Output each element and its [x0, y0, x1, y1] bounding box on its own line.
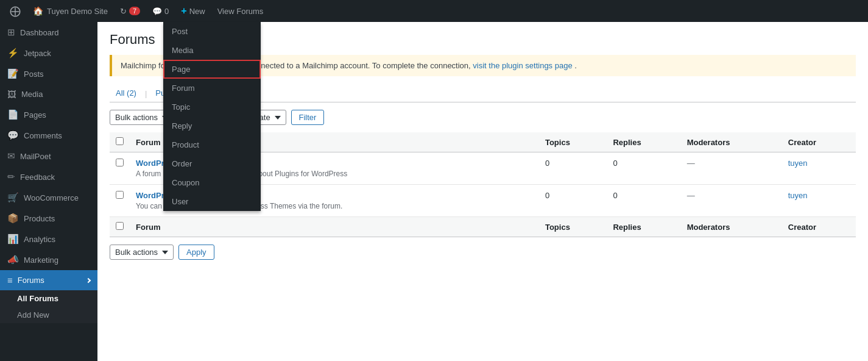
admin-bar: ⨁ 🏠 Tuyen Demo Site ↻ 7 💬 0 + New View F… [0, 0, 868, 22]
col-header-topics: Topics [539, 132, 607, 152]
bottom-toolbar: Bulk actions Apply [110, 245, 856, 260]
dropdown-item-post[interactable]: Post [163, 22, 261, 41]
dropdown-item-topic[interactable]: Topic [163, 98, 261, 116]
filter-button[interactable]: Filter [291, 110, 325, 125]
col-header-creator: Creator [782, 132, 856, 152]
pages-icon: 📄 [7, 109, 19, 120]
forum-topics: 0 [539, 152, 607, 185]
notice-link[interactable]: visit the plugin settings page [473, 61, 572, 70]
comments-count: 0 [164, 7, 169, 16]
sidebar-item-pages[interactable]: 📄Pages [0, 104, 97, 125]
select-all-bottom-checkbox[interactable] [116, 222, 124, 230]
sidebar-label-marketing: Marketing [24, 256, 58, 265]
sidebar-item-dashboard[interactable]: ⊞Dashboard [0, 22, 97, 43]
tab-all--2-[interactable]: All (2) [110, 85, 143, 102]
sidebar-label-forums: Forums [18, 276, 44, 285]
dropdown-item-reply[interactable]: Reply [163, 116, 261, 135]
sidebar-label-pages: Pages [24, 110, 46, 120]
col-header-moderators: Moderators [681, 132, 782, 152]
sidebar: ⊞Dashboard⚡Jetpack📝Posts🖼Media📄Pages💬Com… [0, 22, 97, 361]
marketing-icon: 📣 [7, 254, 19, 265]
wp-logo-icon[interactable]: ⨁ [5, 4, 26, 18]
apply-button-bottom[interactable]: Apply [178, 245, 214, 260]
sidebar-collapse-icon [86, 277, 91, 282]
dropdown-item-product[interactable]: Product [163, 135, 261, 154]
sidebar-label-feedback: Feedback [20, 173, 55, 182]
col-header-replies: Replies [607, 132, 680, 152]
media-icon: 🖼 [7, 89, 16, 99]
plus-icon: + [181, 5, 186, 16]
sidebar-label-posts: Posts [24, 70, 44, 79]
forum-creator: tuyen [782, 185, 856, 217]
row-checkbox[interactable] [116, 159, 124, 166]
creator-link[interactable]: tuyen [788, 191, 808, 200]
sidebar-label-dashboard: Dashboard [20, 28, 59, 37]
dropdown-item-forum[interactable]: Forum [163, 79, 261, 98]
products-icon: 📦 [7, 213, 19, 224]
sidebar-label-jetpack: Jetpack [24, 49, 51, 58]
sidebar-item-woocommerce[interactable]: 🛒WooCommerce [0, 187, 97, 208]
sidebar-item-mailpoet[interactable]: ✉MailPoet [0, 146, 97, 166]
jetpack-icon: ⚡ [7, 48, 19, 59]
col-footer-replies: Replies [607, 217, 680, 237]
sidebar-item-jetpack[interactable]: ⚡Jetpack [0, 43, 97, 63]
comments-icon: 💬 [7, 130, 19, 141]
notice-suffix: . [574, 61, 577, 70]
dropdown-item-user[interactable]: User [163, 192, 261, 211]
forum-moderators: — [681, 185, 782, 217]
sidebar-item-marketing[interactable]: 📣Marketing [0, 249, 97, 270]
updates-icon: ↻ [120, 7, 127, 16]
comments-link[interactable]: 💬 0 [147, 7, 174, 16]
main-layout: ⊞Dashboard⚡Jetpack📝Posts🖼Media📄Pages💬Com… [0, 22, 868, 361]
bulk-actions-select-bottom[interactable]: Bulk actions [110, 245, 174, 260]
updates-count: 7 [129, 7, 140, 15]
row-checkbox[interactable] [116, 191, 124, 199]
sidebar-item-posts[interactable]: 📝Posts [0, 63, 97, 84]
site-name-link[interactable]: 🏠 Tuyen Demo Site [28, 6, 113, 16]
dropdown-item-media[interactable]: Media [163, 41, 261, 60]
new-label: New [189, 7, 205, 16]
sidebar-label-mailpoet: MailPoet [20, 152, 51, 161]
col-footer-topics: Topics [539, 217, 607, 237]
dashboard-icon: ⊞ [7, 27, 15, 38]
sidebar-label-analytics: Analytics [24, 235, 55, 244]
sidebar-sub-item-all-forums[interactable]: All Forums [0, 290, 97, 307]
col-footer-forum: Forum [130, 217, 539, 237]
analytics-icon: 📊 [7, 234, 19, 245]
new-dropdown: PostMediaPageForumTopicReplyProductOrder… [163, 22, 261, 211]
comments-icon: 💬 [152, 7, 162, 16]
sidebar-sub-item-add-new[interactable]: Add New [0, 307, 97, 323]
forum-creator: tuyen [782, 152, 856, 185]
creator-link[interactable]: tuyen [788, 159, 808, 168]
sidebar-item-feedback[interactable]: ✏Feedback [0, 166, 97, 187]
col-footer-creator: Creator [782, 217, 856, 237]
sidebar-item-forums[interactable]: ≡Forums [0, 270, 97, 290]
forum-replies: 0 [607, 185, 680, 217]
forum-moderators: — [681, 152, 782, 185]
sidebar-label-comments: Comments [24, 131, 62, 140]
view-forums-button[interactable]: View Forums [213, 0, 269, 22]
posts-icon: 📝 [7, 68, 19, 79]
sidebar-label-media: Media [21, 90, 43, 99]
sidebar-item-products[interactable]: 📦Products [0, 208, 97, 229]
new-button[interactable]: + New [176, 0, 210, 22]
select-all-checkbox[interactable] [116, 137, 124, 145]
home-icon: 🏠 [33, 6, 43, 16]
sidebar-item-media[interactable]: 🖼Media [0, 84, 97, 104]
site-name-text: Tuyen Demo Site [47, 7, 108, 16]
tab-separator: | [143, 89, 149, 98]
dropdown-item-order[interactable]: Order [163, 154, 261, 173]
dropdown-item-coupon[interactable]: Coupon [163, 173, 261, 192]
sidebar-item-analytics[interactable]: 📊Analytics [0, 229, 97, 249]
woocommerce-icon: 🛒 [7, 192, 19, 203]
col-footer-moderators: Moderators [681, 217, 782, 237]
feedback-icon: ✏ [7, 171, 15, 182]
sidebar-item-comments[interactable]: 💬Comments [0, 125, 97, 146]
forum-replies: 0 [607, 152, 680, 185]
mailpoet-icon: ✉ [7, 151, 15, 162]
dropdown-item-page[interactable]: Page [163, 60, 261, 79]
updates-link[interactable]: ↻ 7 [115, 7, 145, 16]
forums-icon: ≡ [7, 275, 13, 285]
forum-topics: 0 [539, 185, 607, 217]
sidebar-label-products: Products [24, 214, 55, 223]
